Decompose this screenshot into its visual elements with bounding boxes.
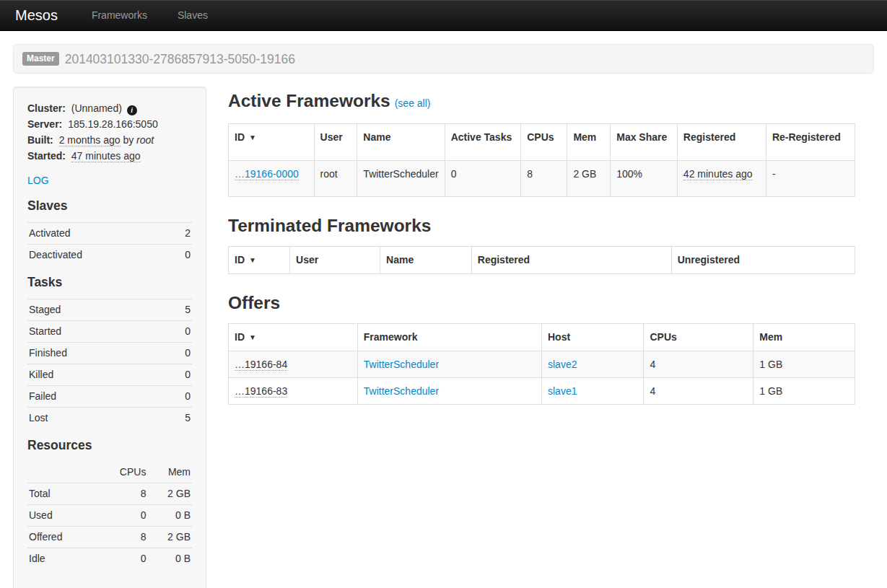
offer-framework-link[interactable]: TwitterScheduler [364, 359, 439, 370]
built-user: root [136, 134, 154, 146]
table-row: Failed 0 [27, 386, 192, 408]
nav-item-frameworks[interactable]: Frameworks [81, 8, 158, 22]
tasks-failed-value: 0 [164, 386, 192, 408]
col-header-name[interactable]: Name [357, 124, 445, 161]
col-header-id[interactable]: ID▼ [229, 324, 358, 351]
slaves-activated-label: Activated [27, 223, 170, 245]
server-value: 185.19.28.166:5050 [68, 118, 158, 130]
offer-cpus-cell: 4 [644, 351, 753, 378]
offer-framework-link[interactable]: TwitterScheduler [364, 385, 439, 397]
offer-id-tooltip-text: …19166-83 [235, 385, 287, 398]
active-frameworks-heading: Active Frameworks(see all) [228, 88, 855, 116]
col-header-user[interactable]: User [314, 124, 357, 161]
col-header-cpus[interactable]: CPUs [521, 124, 567, 161]
col-header-id-label: ID [235, 131, 245, 143]
sort-desc-icon: ▼ [249, 333, 256, 341]
col-header-mem[interactable]: Mem [753, 324, 855, 351]
col-header-id-label: ID [235, 331, 245, 343]
col-header-cpus[interactable]: CPUs [644, 324, 753, 351]
sort-desc-icon: ▼ [249, 256, 256, 264]
built-value: 2 months ago [59, 134, 121, 146]
tasks-table: Staged 5 Started 0 Finished 0 Killed 0 F… [27, 299, 192, 429]
resources-used-mem: 0 B [147, 505, 192, 527]
table-row: Lost 5 [27, 408, 192, 429]
offers-title: Offers [228, 293, 280, 312]
offers-heading: Offers [228, 290, 855, 316]
resources-table: CPUs Mem Total 8 2 GB Used 0 0 B Offered… [27, 462, 192, 569]
active-frameworks-title: Active Frameworks [228, 91, 390, 110]
tasks-lost-label: Lost [27, 408, 164, 429]
offer-id-cell: …19166-83 [229, 378, 358, 405]
offer-cpus-cell: 4 [644, 378, 753, 405]
col-header-framework[interactable]: Framework [357, 324, 541, 351]
tasks-lost-value: 5 [164, 408, 192, 429]
offer-framework-cell: TwitterScheduler [357, 378, 541, 405]
server-info-line: Server: 185.19.28.166:5050 [27, 117, 192, 131]
offer-framework-cell: TwitterScheduler [357, 351, 541, 378]
tasks-killed-value: 0 [164, 364, 192, 386]
cluster-label: Cluster: [27, 102, 66, 114]
started-info-line: Started: 47 minutes ago [27, 149, 192, 163]
slaves-activated-value: 2 [170, 223, 192, 245]
tasks-killed-label: Killed [27, 364, 164, 386]
resources-idle-cpus: 0 [93, 548, 147, 570]
brand-mesos[interactable]: Mesos [0, 8, 72, 22]
framework-re-registered-cell: - [766, 161, 855, 197]
tasks-finished-label: Finished [27, 343, 164, 364]
framework-id-link[interactable]: …19166-0000 [235, 168, 299, 180]
col-header-name[interactable]: Name [380, 247, 472, 274]
framework-name-cell: TwitterScheduler [357, 161, 445, 197]
log-link[interactable]: LOG [27, 173, 49, 188]
col-header-mem[interactable]: Mem [567, 124, 611, 161]
main-content: Active Frameworks(see all) ID▼ User Name… [228, 87, 855, 421]
resources-total-cpus: 8 [93, 483, 147, 505]
col-header-re-registered[interactable]: Re-Registered [766, 124, 855, 161]
table-row: CPUs Mem [27, 462, 192, 483]
col-header-registered[interactable]: Registered [677, 124, 766, 161]
col-header-host[interactable]: Host [541, 324, 643, 351]
framework-id-cell: …19166-0000 [229, 161, 315, 197]
resources-offered-mem: 2 GB [147, 527, 192, 548]
table-row: Killed 0 [27, 364, 192, 386]
table-row: Started 0 [27, 321, 192, 343]
slaves-deactivated-label: Deactivated [27, 245, 170, 266]
see-all-link[interactable]: (see all) [395, 97, 431, 109]
terminated-frameworks-heading: Terminated Frameworks [228, 213, 855, 239]
resources-idle-mem: 0 B [147, 548, 192, 570]
col-header-active-tasks[interactable]: Active Tasks [445, 124, 521, 161]
resources-cpus-header: CPUs [93, 462, 147, 483]
tasks-failed-label: Failed [27, 386, 164, 408]
table-row: …19166-0000 root TwitterScheduler 0 8 2 … [229, 161, 855, 197]
col-header-id[interactable]: ID▼ [229, 124, 315, 161]
top-navbar: Mesos Frameworks Slaves [0, 0, 887, 31]
offer-host-link[interactable]: slave2 [548, 359, 577, 370]
offer-host-cell: slave1 [541, 378, 643, 405]
table-row: Total 8 2 GB [27, 483, 192, 505]
offer-host-link[interactable]: slave1 [548, 385, 577, 397]
nav-item-slaves[interactable]: Slaves [167, 8, 219, 22]
col-header-unregistered[interactable]: Unregistered [671, 247, 855, 274]
resources-total-mem: 2 GB [147, 483, 192, 505]
terminated-frameworks-table: ID▼ User Name Registered Unregistered [228, 246, 855, 274]
col-header-max-share[interactable]: Max Share [611, 124, 678, 161]
offer-mem-cell: 1 GB [753, 378, 855, 405]
offer-id-cell: …19166-84 [229, 351, 358, 378]
table-row: Offered 8 2 GB [27, 527, 192, 548]
resources-idle-label: Idle [27, 548, 93, 570]
resources-mem-header: Mem [147, 462, 192, 483]
tasks-staged-value: 5 [164, 299, 192, 321]
col-header-user[interactable]: User [290, 247, 380, 274]
col-header-registered[interactable]: Registered [471, 247, 671, 274]
tasks-finished-value: 0 [164, 343, 192, 364]
table-row: Idle 0 0 B [27, 548, 192, 570]
table-row: Staged 5 [27, 299, 192, 321]
built-label: Built: [27, 134, 53, 146]
table-row: Used 0 0 B [27, 505, 192, 527]
tasks-staged-label: Staged [27, 299, 164, 321]
resources-used-cpus: 0 [93, 505, 147, 527]
resources-total-label: Total [27, 483, 93, 505]
framework-active-tasks-cell: 0 [445, 161, 521, 197]
tasks-started-label: Started [27, 321, 164, 343]
col-header-id[interactable]: ID▼ [229, 247, 290, 274]
resources-used-label: Used [27, 505, 93, 527]
